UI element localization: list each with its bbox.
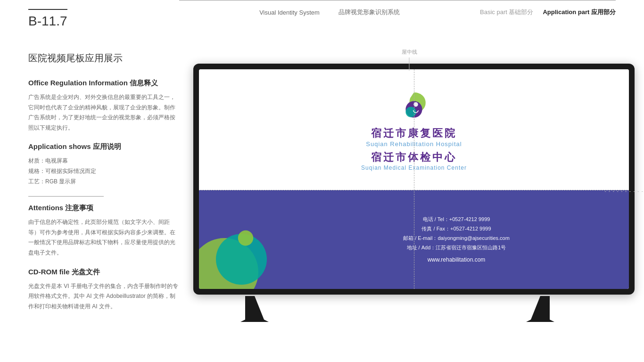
divider — [28, 196, 104, 197]
contact-tel: 电话 / Tel：+0527-4212 9999 — [423, 216, 490, 223]
section2-body: 材质：电视屏幕 规格：可根据实际情况而定 工艺：RGB 显示屏 — [28, 156, 179, 187]
section3-body: 由于信息的不确定性，此页部分规范（如文字大小、间距等）可作为参考使用，具体可根据… — [28, 217, 179, 258]
section2-line1: 材质：电视屏幕 — [28, 156, 179, 166]
header-left: B-11.7 — [28, 9, 179, 29]
contact-website: www.rehabilitation.com — [428, 256, 486, 263]
section1-body: 广告系统是企业对内、对外交换信息的最重要的工具之一，它同时也代表了企业的精神风貌… — [28, 92, 179, 133]
page-header: B-11.7 Visual Identity System 品牌视觉形象识别系统… — [0, 0, 644, 38]
vi-chinese: 品牌视觉形象识别系统 — [339, 8, 400, 16]
svg-point-5 — [238, 230, 253, 246]
tv-stand-right — [517, 296, 554, 324]
center-line-right: - - - - - - - - - - - 屋中线 — [604, 187, 644, 194]
main-content: 屋中线 宿迁市康复医院 — [189, 38, 630, 353]
section3-heading: Attentions 注意事项 — [28, 204, 179, 213]
section2-heading: Application shows 应用说明 — [28, 142, 179, 151]
application-label: Application part 应用部分 — [543, 8, 616, 16]
section2-line2: 规格：可根据实际情况而定 — [28, 166, 179, 177]
section4-heading: CD-ROM file 光盘文件 — [28, 268, 179, 277]
tv-mockup: 宿迁市康复医院 Suqian Rehabilitation Hospital 宿… — [193, 64, 635, 295]
basic-label: Basic part 基础部分 — [480, 8, 533, 16]
page-title: 医院视频尾板应用展示 — [28, 52, 179, 65]
center-line-top-label: 屋中线 — [402, 49, 417, 55]
tv-stand-left — [240, 296, 278, 324]
tv-screen: 宿迁市康复医院 Suqian Rehabilitation Hospital 宿… — [199, 69, 629, 289]
contact-email: 邮箱 / E-mail：daiyongming@ajsecurities.com — [403, 235, 510, 242]
contact-address: 地址 / Add：江苏省宿迁市宿豫区恒山路1号 — [407, 244, 506, 251]
header-right: Basic part 基础部分 Application part 应用部分 — [480, 0, 616, 16]
section1-heading: Office Regulation Information 信息释义 — [28, 79, 179, 88]
contact-fax: 传真 / Fax：+0527-4212 9999 — [421, 225, 491, 232]
decorative-circles — [199, 204, 284, 289]
page-code: B-11.7 — [28, 9, 67, 29]
vi-label: Visual Identity System — [259, 9, 320, 16]
section2-line3: 工艺：RGB 显示屏 — [28, 177, 179, 187]
left-panel: 医院视频尾板应用展示 Office Regulation Information… — [28, 42, 179, 353]
screen-center-line — [414, 69, 414, 289]
header-center: Visual Identity System 品牌视觉形象识别系统 — [179, 0, 480, 16]
tv-stand — [193, 296, 602, 324]
section4-body: 光盘文件是本 VI 手册电子文件的集合，内含手册制作时的专用软件格式文件。其中 … — [28, 281, 179, 312]
